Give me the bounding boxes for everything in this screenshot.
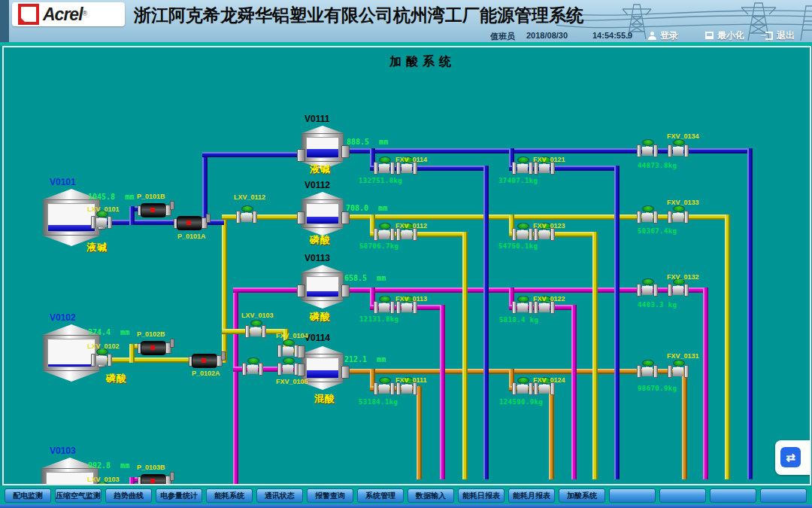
valve-unlabeled[interactable] bbox=[636, 276, 659, 297]
level-number: 212.1 bbox=[344, 355, 367, 364]
login-button[interactable]: 登录 bbox=[648, 29, 678, 42]
pump-P_0103B[interactable] bbox=[138, 473, 174, 485]
nav-button-15[interactable] bbox=[710, 488, 756, 503]
valve-unlabeled[interactable] bbox=[636, 357, 659, 379]
pump-P_0101A[interactable] bbox=[174, 215, 210, 230]
pump-status-indicator bbox=[150, 479, 155, 483]
nav-button-1[interactable]: 配电监测 bbox=[5, 488, 51, 503]
tank-V0113[interactable] bbox=[301, 265, 344, 309]
tank-V0112[interactable] bbox=[301, 192, 344, 236]
nav-button-7[interactable]: 报警查询 bbox=[307, 488, 353, 503]
valve-unlabeled[interactable] bbox=[511, 294, 534, 315]
valve-LXV_0112[interactable] bbox=[235, 203, 258, 224]
nav-button-14[interactable] bbox=[659, 488, 706, 503]
valve-actuator bbox=[642, 205, 654, 212]
nav-button-9[interactable]: 数据输入 bbox=[408, 488, 454, 503]
valve-flange bbox=[413, 301, 417, 314]
valve-unlabeled[interactable] bbox=[241, 355, 264, 376]
flow-total-value: 50367.4kg bbox=[638, 227, 677, 235]
nav-button-8[interactable]: 系统管理 bbox=[357, 488, 404, 503]
valve-unlabeled[interactable] bbox=[636, 203, 659, 224]
valve-unlabeled[interactable] bbox=[636, 137, 659, 158]
valve-body bbox=[283, 365, 293, 374]
valve-LXV_0103[interactable] bbox=[244, 318, 267, 339]
valve-unlabeled[interactable] bbox=[373, 154, 395, 175]
nav-button-12[interactable]: 加酸系统 bbox=[559, 488, 605, 503]
valve-flange bbox=[390, 162, 395, 175]
tank-level-value: 992.8mm bbox=[88, 461, 129, 470]
valve-flange bbox=[259, 363, 263, 376]
tank-content-label: 液碱 bbox=[86, 241, 108, 254]
valve-body bbox=[673, 213, 683, 222]
valve-unlabeled[interactable] bbox=[373, 221, 395, 242]
nav-button-4[interactable]: 电参量统计 bbox=[156, 488, 202, 503]
nav-button-13[interactable] bbox=[609, 488, 656, 503]
valve-unlabeled[interactable] bbox=[373, 294, 395, 315]
pump-P_0102B[interactable] bbox=[138, 340, 174, 355]
remote-access-icon: ⇄ bbox=[780, 447, 801, 467]
valve-label: FXV_0121 bbox=[533, 156, 565, 163]
valve-actuator bbox=[379, 157, 391, 163]
valve-flange bbox=[534, 162, 538, 175]
level-number: 374.4 bbox=[88, 328, 111, 336]
valve-flange bbox=[529, 228, 533, 241]
valve-flange bbox=[668, 365, 672, 378]
valve-flange bbox=[390, 228, 395, 241]
remote-access-handle[interactable]: ⇄ bbox=[775, 440, 811, 475]
valve-flange bbox=[396, 162, 401, 175]
time-display: 14:54:55.9 bbox=[592, 31, 632, 40]
exit-button[interactable]: 退出 bbox=[765, 29, 795, 42]
valve-FXV_0131[interactable] bbox=[667, 357, 689, 379]
valve-body bbox=[517, 385, 528, 394]
valve-flange bbox=[550, 301, 555, 314]
valve-body bbox=[247, 365, 258, 374]
valve-flange bbox=[374, 382, 378, 395]
tank-nozzle bbox=[297, 149, 305, 162]
nav-button-16[interactable] bbox=[760, 488, 807, 503]
valve-flange bbox=[653, 284, 658, 297]
valve-unlabeled[interactable] bbox=[511, 221, 534, 242]
pipe-segment-m bbox=[233, 287, 303, 293]
valve-unlabeled[interactable] bbox=[511, 375, 534, 396]
nav-button-10[interactable]: 能耗日报表 bbox=[458, 488, 504, 503]
nav-button-3[interactable]: 趋势曲线 bbox=[105, 488, 152, 503]
valve-body bbox=[517, 303, 528, 312]
pump-P_0102A[interactable] bbox=[189, 353, 225, 368]
minimize-icon bbox=[705, 32, 714, 39]
valve-label: LXV_0112 bbox=[234, 193, 265, 201]
valve-unlabeled[interactable] bbox=[373, 375, 395, 396]
valve-body bbox=[401, 164, 412, 173]
nav-button-5[interactable]: 能耗系统 bbox=[206, 488, 253, 503]
flow-total-value: 58706.7kg bbox=[359, 242, 398, 250]
valve-flange bbox=[374, 162, 378, 175]
flow-total-value: 53184.1kg bbox=[359, 398, 398, 406]
minimize-button[interactable]: 最小化 bbox=[705, 29, 744, 42]
valve-flange bbox=[512, 382, 517, 395]
pump-label: P_0101B bbox=[137, 193, 165, 200]
page-title: 浙江阿克希龙舜华铝塑业有限公司杭州湾工厂能源管理系统 bbox=[134, 4, 583, 27]
tank-nozzle bbox=[341, 211, 350, 224]
tank-content-label: 混酸 bbox=[314, 392, 335, 406]
flow-total-value: 132751.8kg bbox=[359, 177, 402, 184]
valve-body bbox=[642, 286, 653, 295]
valve-unlabeled[interactable] bbox=[511, 154, 534, 175]
nav-button-2[interactable]: 压缩空气监测 bbox=[55, 488, 102, 503]
valve-label: FXV_0114 bbox=[395, 156, 427, 163]
valve-flange bbox=[242, 363, 247, 376]
valve-flange bbox=[529, 382, 533, 395]
valve-flange bbox=[277, 363, 282, 376]
tank-id-label: V0113 bbox=[304, 253, 330, 263]
valve-flange bbox=[550, 382, 555, 395]
valve-FXV_0133[interactable] bbox=[667, 203, 689, 224]
nav-button-6[interactable]: 通讯状态 bbox=[256, 488, 303, 503]
pipe-segment-b bbox=[342, 148, 753, 154]
valve-FXV_0134[interactable] bbox=[667, 137, 689, 158]
nav-button-11[interactable]: 能耗月报表 bbox=[508, 488, 555, 503]
scada-canvas: 加酸系统 ⇄ V01011045.8mm液碱V0102374.4mm磷酸V010… bbox=[2, 46, 811, 485]
pump-P_0101B[interactable] bbox=[138, 202, 174, 217]
exit-button-label: 退出 bbox=[777, 29, 795, 42]
valve-FXV_0105[interactable] bbox=[277, 355, 299, 376]
valve-body bbox=[401, 230, 412, 239]
valve-body bbox=[379, 385, 389, 394]
header-left-strip bbox=[0, 0, 9, 42]
